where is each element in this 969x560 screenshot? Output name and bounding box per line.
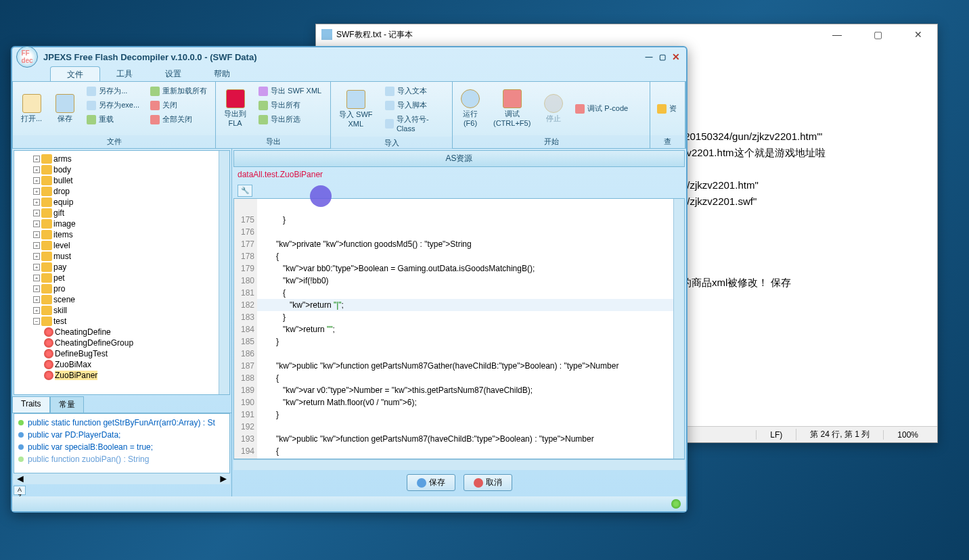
code-line[interactable]: "kw">return ""; bbox=[257, 323, 684, 335]
tree-folder-pay[interactable]: +pay bbox=[17, 262, 227, 273]
trait-item[interactable]: public static function getStrByFunArr(ar… bbox=[17, 417, 227, 429]
expand-icon[interactable]: − bbox=[33, 318, 40, 325]
code-editor[interactable]: 1751761771781791801811821831841851861871… bbox=[233, 198, 685, 460]
expand-icon[interactable]: + bbox=[33, 307, 40, 314]
expand-icon[interactable]: + bbox=[33, 231, 40, 238]
import-symbol-button[interactable]: 导入符号-Class bbox=[381, 113, 450, 134]
code-save-button[interactable]: 保存 bbox=[407, 474, 455, 491]
tree-scrollbar[interactable] bbox=[219, 151, 229, 394]
tree-folder-pro[interactable]: +pro bbox=[17, 283, 227, 294]
reloadall-button[interactable]: 重新加载所有 bbox=[146, 85, 211, 97]
expand-icon[interactable]: + bbox=[33, 156, 40, 162]
tab-settings[interactable]: 设置 bbox=[149, 66, 198, 81]
tree-folder-image[interactable]: +image bbox=[17, 218, 227, 229]
maximize-button[interactable]: ▢ bbox=[864, 29, 891, 40]
traits-scrollbar[interactable]: ◄► bbox=[14, 473, 230, 484]
open-button[interactable]: 打开... bbox=[16, 85, 47, 133]
code-line[interactable]: "kw">public "kw">function getPartsNum87(… bbox=[257, 433, 684, 445]
code-line[interactable]: "kw">if(!bb0) bbox=[257, 275, 684, 287]
jpexs-maximize-button[interactable]: ▢ bbox=[656, 51, 669, 62]
tree-folder-arms[interactable]: +arms bbox=[17, 154, 227, 164]
jpexs-close-button[interactable]: ✕ bbox=[670, 51, 682, 62]
expand-icon[interactable]: + bbox=[33, 264, 40, 271]
code-line[interactable]: "kw">return Math.floor(v0 / "num">6); bbox=[257, 396, 684, 409]
trait-item[interactable]: public var specialB:Boolean = true; bbox=[17, 441, 227, 453]
import-xml-button[interactable]: 导入 SWF XML bbox=[334, 85, 378, 134]
saveas-button[interactable]: 另存为... bbox=[83, 85, 143, 97]
code-line[interactable] bbox=[257, 226, 684, 238]
tab-file[interactable]: 文件 bbox=[50, 66, 100, 81]
expand-icon[interactable]: + bbox=[33, 296, 40, 303]
expand-icon[interactable]: + bbox=[33, 199, 40, 206]
code-line[interactable]: { bbox=[257, 287, 684, 299]
expand-icon[interactable]: + bbox=[33, 285, 40, 292]
tree-folder-bullet[interactable]: +bullet bbox=[17, 175, 227, 186]
code-line[interactable]: { bbox=[257, 372, 684, 384]
debug-pcode-button[interactable]: 调试 P-code bbox=[571, 85, 632, 133]
tree-item-CheatingDefine[interactable]: CheatingDefine bbox=[17, 327, 227, 337]
code-line[interactable]: } bbox=[257, 311, 684, 323]
tab-help[interactable]: 帮助 bbox=[198, 66, 246, 81]
tree-item-CheatingDefineGroup[interactable]: CheatingDefineGroup bbox=[17, 337, 227, 348]
code-tool-button[interactable]: 🔧 bbox=[238, 185, 252, 197]
tree-folder-level[interactable]: +level bbox=[17, 240, 227, 251]
reload-button[interactable]: 重载 bbox=[83, 113, 143, 126]
expand-icon[interactable]: + bbox=[33, 275, 40, 281]
tree-folder-pet[interactable]: +pet bbox=[17, 273, 227, 283]
closeall-button[interactable]: 全部关闭 bbox=[146, 113, 211, 126]
code-line[interactable]: { bbox=[257, 445, 684, 457]
code-line[interactable]: "kw">var bb0:"type">Boolean = Gaming.out… bbox=[257, 262, 684, 275]
tree-item-ZuoBiPaner[interactable]: ZuoBiPaner bbox=[17, 370, 227, 381]
tree-folder-scene[interactable]: +scene bbox=[17, 294, 227, 305]
tree-folder-gift[interactable]: +gift bbox=[17, 208, 227, 218]
stop-button[interactable]: 停止 bbox=[539, 85, 568, 133]
code-line[interactable]: } bbox=[257, 335, 684, 348]
tree-folder-test[interactable]: −test bbox=[17, 316, 227, 327]
saveasexe-button[interactable]: 另存为exe... bbox=[83, 99, 143, 112]
save-button[interactable]: 保存 bbox=[50, 85, 80, 133]
code-line[interactable]: } bbox=[257, 214, 684, 226]
tab-tools[interactable]: 工具 bbox=[100, 66, 149, 81]
minimize-button[interactable]: — bbox=[824, 29, 851, 40]
tree-folder-drop[interactable]: +drop bbox=[17, 186, 227, 197]
tree-folder-skill[interactable]: +skill bbox=[17, 305, 227, 316]
notepad-titlebar[interactable]: SWF教程.txt - 记事本 — ▢ ✕ bbox=[316, 24, 937, 45]
code-line[interactable]: "kw">private "kw">function goodsMd5() : … bbox=[257, 238, 684, 250]
expand-icon[interactable]: + bbox=[33, 220, 40, 227]
expand-icon[interactable]: + bbox=[33, 177, 40, 184]
export-sel-button[interactable]: 导出所选 bbox=[254, 113, 325, 126]
resources-button[interactable]: 资 bbox=[653, 85, 681, 133]
import-script-button[interactable]: 导入脚本 bbox=[381, 99, 450, 112]
export-fla-button[interactable]: 导出到 FLA bbox=[219, 85, 252, 133]
tree-folder-body[interactable]: +body bbox=[17, 164, 227, 175]
close-button[interactable]: ✕ bbox=[905, 29, 932, 40]
code-hscrollbar[interactable] bbox=[233, 459, 685, 470]
close-button[interactable]: 关闭 bbox=[146, 99, 211, 112]
trait-item[interactable]: public var PD:PlayerData; bbox=[17, 429, 227, 441]
import-text-button[interactable]: 导入文本 bbox=[381, 85, 450, 97]
trait-item[interactable]: public function zuobiPan() : String bbox=[17, 453, 227, 465]
expand-icon[interactable]: + bbox=[33, 188, 40, 195]
expand-icon[interactable]: + bbox=[33, 210, 40, 216]
traits-tab-const[interactable]: 常量 bbox=[50, 396, 84, 413]
export-all-button[interactable]: 导出所有 bbox=[254, 99, 325, 112]
tree-folder-items[interactable]: +items bbox=[17, 229, 227, 240]
tree-folder-equip[interactable]: +equip bbox=[17, 197, 227, 208]
code-vscrollbar[interactable] bbox=[673, 199, 684, 459]
traits-list[interactable]: public static function getStrByFunArr(ar… bbox=[14, 413, 230, 473]
code-line[interactable]: "kw">public "kw">function getPartsNum87G… bbox=[257, 360, 684, 372]
tree-item-DefineBugTest[interactable]: DefineBugTest bbox=[17, 348, 227, 359]
tree-item-ZuoBiMax[interactable]: ZuoBiMax bbox=[17, 359, 227, 370]
export-xml-button[interactable]: 导出 SWF XML bbox=[254, 85, 325, 97]
tree-folder-must[interactable]: +must bbox=[17, 251, 227, 262]
tree-view[interactable]: +arms+body+bullet+drop+equip+gift+image+… bbox=[14, 150, 230, 395]
jpexs-minimize-button[interactable]: — bbox=[643, 51, 655, 62]
run-button[interactable]: 运行 (F6) bbox=[455, 85, 485, 133]
code-line[interactable] bbox=[257, 348, 684, 360]
code-line[interactable]: "kw">return "|"; bbox=[257, 299, 684, 311]
expand-icon[interactable]: + bbox=[33, 166, 40, 173]
code-cancel-button[interactable]: 取消 bbox=[464, 474, 512, 491]
jpexs-titlebar[interactable]: FFdec JPEXS Free Flash Decompiler v.10.0… bbox=[12, 47, 686, 66]
expand-icon[interactable]: + bbox=[33, 253, 40, 260]
debug-button[interactable]: 调试 (CTRL+F5) bbox=[488, 85, 536, 133]
